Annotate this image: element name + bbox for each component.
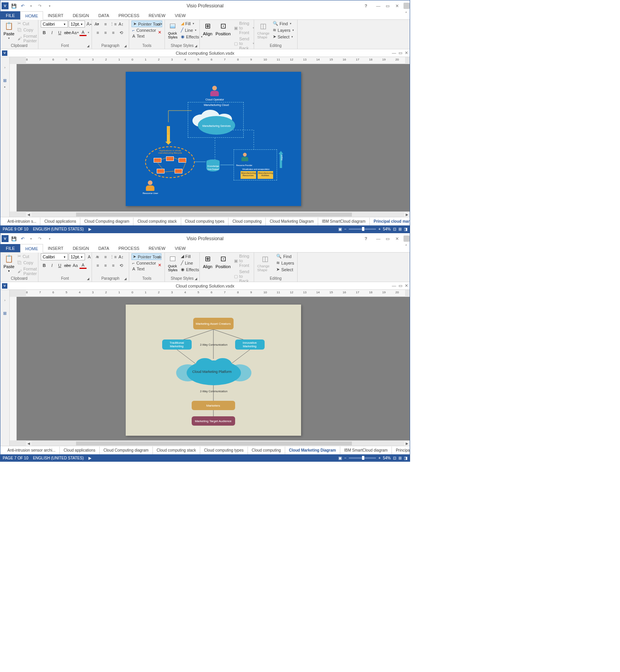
font-size-select[interactable]: 12pt.▼ (69, 21, 85, 28)
position-button[interactable]: ⊡Position (215, 253, 231, 270)
shapes-pane-toggle-icon[interactable]: › (4, 66, 5, 69)
align-left-icon[interactable]: ≡ (94, 29, 101, 36)
scroll-left-icon[interactable]: ◄ (26, 212, 31, 217)
align-button[interactable]: ⊞Align (202, 21, 213, 37)
qat-customize-icon[interactable]: ▼ (47, 3, 53, 9)
effects-button[interactable]: ◉ Effects (180, 267, 200, 272)
quick-styles-button[interactable]: Quick Styles (167, 21, 178, 40)
tab-view[interactable]: VIEW (170, 244, 190, 252)
copy-button[interactable]: ⿻ Copy (17, 260, 38, 265)
collapse-ribbon-icon[interactable]: ˄ (403, 244, 410, 252)
doc-close-icon[interactable]: ✕ (405, 283, 408, 288)
underline-button[interactable]: U (56, 29, 63, 36)
paste-button[interactable]: 📋Paste▼ (3, 253, 15, 273)
close-icon[interactable]: ✕ (393, 235, 401, 242)
bold-button[interactable]: B (41, 29, 48, 36)
text-tool-button[interactable]: AText (132, 33, 145, 39)
send-to-back-button[interactable]: ▢Send to Back▼ (233, 36, 256, 51)
page-tab[interactable]: IBM SmartCloud diagram (340, 447, 392, 454)
minimize-icon[interactable]: — (374, 2, 383, 10)
page-tab[interactable]: Principal cloud manufact... (370, 218, 410, 225)
horizontal-scrollbar[interactable]: ◄ ► (26, 211, 410, 217)
position-button[interactable]: ⊡Position (215, 21, 231, 37)
copy-button[interactable]: ⿻Copy (17, 27, 38, 33)
undo-dropdown-icon[interactable]: ▼ (28, 236, 34, 242)
align-center-icon[interactable]: ≡ (102, 29, 109, 36)
help-icon[interactable]: ? (362, 235, 370, 242)
tab-design[interactable]: DESIGN (68, 11, 94, 19)
doc-close-icon[interactable]: ✕ (405, 50, 408, 55)
zoom-in-icon[interactable]: + (378, 456, 381, 460)
tab-insert[interactable]: INSERT (43, 11, 68, 19)
zoom-out-icon[interactable]: − (344, 456, 346, 460)
tab-home[interactable]: HOME (20, 11, 43, 20)
connector-tool-button[interactable]: ⌐ Connector (132, 260, 157, 266)
help-icon[interactable]: ? (362, 2, 370, 10)
canvas[interactable]: Cloud Operator Manufacturing Cloud Manuf… (17, 64, 410, 211)
rotate-text-icon[interactable]: ⟲ (118, 29, 125, 36)
switch-windows-icon[interactable]: ◨ (404, 227, 407, 231)
page-tab[interactable]: Cloud computing types (200, 447, 248, 454)
align-top-left-icon[interactable]: ≡ (94, 21, 101, 28)
doc-restore-icon[interactable]: ▭ (398, 283, 402, 288)
align-top-center-icon[interactable]: ≡ (102, 21, 109, 28)
status-language[interactable]: ENGLISH (UNITED STATES) (33, 227, 84, 231)
font-dialog-launcher[interactable]: ◢ (87, 44, 91, 48)
horizontal-scrollbar[interactable]: ◄ ► (26, 440, 410, 446)
page-tab[interactable]: Cloud applications (40, 218, 80, 225)
layers-button[interactable]: ≋ Layers (275, 260, 295, 266)
tab-data[interactable]: DATA (94, 244, 114, 252)
zoom-value[interactable]: 54% (383, 227, 391, 231)
strikethrough-button[interactable]: abc (64, 29, 71, 36)
tab-review[interactable]: REVIEW (144, 244, 170, 252)
doc-restore-icon[interactable]: ▭ (398, 50, 402, 55)
stencil-icon[interactable]: ⊞ (3, 311, 7, 316)
fit-page-icon[interactable]: ⊡ (393, 456, 396, 460)
italic-button[interactable]: I (48, 29, 55, 36)
paste-button[interactable]: 📋 Paste ▼ (3, 21, 15, 40)
fit-page-icon[interactable]: ⊡ (393, 227, 396, 231)
redo-icon[interactable]: ↷ (36, 236, 43, 242)
page-tab[interactable]: Cloud computing (229, 218, 266, 225)
quick-styles-button[interactable]: Quick Styles (167, 253, 178, 273)
status-page[interactable]: PAGE 7 OF 10 (3, 456, 28, 460)
line-button[interactable]: ╱ Line (180, 260, 200, 266)
align-button[interactable]: ⊞Align (202, 253, 213, 270)
tab-view[interactable]: VIEW (170, 11, 190, 19)
paragraph-dialog-launcher[interactable]: ◢ (124, 44, 128, 48)
cut-button[interactable]: ✂Cut (17, 21, 38, 26)
tab-data[interactable]: DATA (94, 11, 114, 19)
save-icon[interactable]: 💾 (11, 3, 17, 9)
tab-insert[interactable]: INSERT (43, 244, 68, 252)
zoom-in-icon[interactable]: + (378, 227, 381, 231)
zoom-slider[interactable] (349, 229, 376, 230)
restore-icon[interactable]: ▭ (383, 235, 392, 242)
text-tool-button[interactable]: A Text (132, 266, 145, 272)
tab-file[interactable]: FILE (0, 11, 20, 19)
minimize-icon[interactable]: — (374, 235, 383, 242)
change-case-button[interactable]: Aa (72, 262, 79, 269)
save-icon[interactable]: 💾 (11, 236, 17, 242)
font-color-button[interactable]: A (80, 262, 87, 269)
select-button[interactable]: ➤ Select (275, 267, 295, 272)
delete-tool-icon[interactable]: ✕ (156, 29, 163, 36)
switch-windows-icon[interactable]: ◨ (404, 456, 407, 460)
layers-button[interactable]: ≋Layers▼ (272, 27, 295, 33)
page-tab[interactable]: Cloud computing types (181, 218, 229, 225)
font-name-select[interactable]: Calibri▼ (41, 253, 68, 260)
page-tab[interactable]: Cloud Computing diagram (80, 218, 133, 225)
fit-width-icon[interactable]: ⊞ (398, 456, 402, 460)
font-dialog-launcher[interactable]: ◢ (87, 277, 91, 281)
scroll-thumb[interactable] (76, 442, 352, 445)
connector-tool-button[interactable]: ⌐Connector (132, 28, 157, 33)
text-direction-icon[interactable]: A↕ (118, 21, 125, 28)
strikethrough-button[interactable]: abc (64, 262, 71, 269)
restore-icon[interactable]: ▭ (383, 2, 392, 10)
user-avatar[interactable] (404, 236, 410, 242)
tab-process[interactable]: PROCESS (114, 11, 144, 19)
undo-dropdown-icon[interactable]: ▼ (28, 3, 34, 9)
shape-styles-dialog-launcher[interactable]: ◢ (195, 44, 199, 48)
zoom-slider[interactable] (349, 457, 376, 459)
page-tab[interactable]: Cloud computing stack (153, 447, 200, 454)
fill-button[interactable]: ◢ Fill (180, 253, 200, 259)
